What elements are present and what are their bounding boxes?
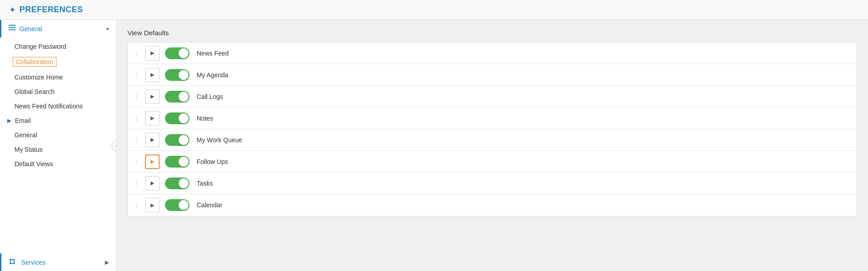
email-label: Email <box>15 117 31 124</box>
row-label-calendar: Calendar <box>197 201 222 209</box>
toggle-track[interactable] <box>165 134 189 146</box>
row-label-my-work-queue: My Work Queue <box>197 136 242 144</box>
table-row: ⋮ ▶ Tasks <box>128 173 857 194</box>
toggle-calendar[interactable] <box>165 199 189 211</box>
drag-handle-icon[interactable]: ⋮ <box>128 158 142 165</box>
toggle-track[interactable] <box>165 199 189 211</box>
sidebar-item-collaboration[interactable]: Collaboration <box>0 54 116 70</box>
preferences-icon: ✦ <box>9 5 16 15</box>
drag-handle-icon[interactable]: ⋮ <box>128 93 142 100</box>
toggle-track[interactable] <box>165 112 189 124</box>
services-arrow-icon: ▶ <box>105 259 109 266</box>
toggle-news-feed[interactable] <box>165 47 189 59</box>
news-feed-notifications-label: News Feed Notifications <box>14 103 83 110</box>
toggle-tasks[interactable] <box>165 178 189 189</box>
main-layout: General ▾ Change Password Collaboration … <box>0 20 868 271</box>
drag-handle-icon[interactable]: ⋮ <box>128 180 142 187</box>
toggle-thumb <box>179 48 189 58</box>
toggle-track[interactable] <box>165 69 189 81</box>
services-icon <box>9 258 16 266</box>
toggle-thumb <box>179 113 189 123</box>
toggle-track[interactable] <box>165 156 189 168</box>
row-label-follow-ups: Follow Ups <box>197 158 228 165</box>
drag-handle-icon[interactable]: ⋮ <box>128 71 142 79</box>
sidebar-item-email[interactable]: ▶ Email <box>0 113 116 128</box>
sidebar-item-news-feed-notifications[interactable]: News Feed Notifications <box>0 99 116 113</box>
toggle-call-logs[interactable] <box>165 91 189 103</box>
section-title: View Defaults <box>127 29 857 37</box>
sidebar-item-general-sub[interactable]: General <box>0 128 116 142</box>
sidebar-content: Change Password Collaboration Customize … <box>0 37 116 171</box>
toggle-thumb <box>179 135 189 145</box>
drag-handle-icon[interactable]: ⋮ <box>128 136 142 144</box>
toggle-follow-ups[interactable] <box>165 156 189 168</box>
table-row: ⋮ ▶ My Agenda <box>128 64 857 86</box>
toggle-track[interactable] <box>165 91 189 103</box>
table-row: ⋮ ▶ Call Logs <box>128 86 857 107</box>
expand-calendar-button[interactable]: ▶ <box>145 198 160 212</box>
my-status-label: My Status <box>14 146 42 153</box>
global-search-label: Global Search <box>14 88 55 95</box>
expand-call-logs-button[interactable]: ▶ <box>145 89 160 104</box>
collaboration-label: Collaboration <box>13 57 57 67</box>
toggle-thumb <box>179 157 189 167</box>
services-label: Services <box>21 259 46 266</box>
sidebar-item-my-status[interactable]: My Status <box>0 142 116 157</box>
expand-news-feed-button[interactable]: ▶ <box>145 46 160 61</box>
svg-rect-2 <box>9 29 16 30</box>
customize-home-label: Customize Home <box>14 74 63 81</box>
change-password-label: Change Password <box>14 43 66 50</box>
sidebar-item-change-password[interactable]: Change Password <box>0 39 116 54</box>
expand-tasks-button[interactable]: ▶ <box>145 176 160 191</box>
sidebar-item-general[interactable]: General ▾ <box>0 20 116 37</box>
toggle-track[interactable] <box>165 47 189 59</box>
toggle-my-work-queue[interactable] <box>165 134 189 146</box>
page-title: PREFERENCES <box>19 5 83 14</box>
sidebar-general-label: General <box>19 25 42 33</box>
sidebar-item-default-views[interactable]: Default Views <box>0 157 116 171</box>
content-area: View Defaults ⋮ ▶ News Feed ⋮ ▶ <box>117 20 868 271</box>
toggle-thumb <box>179 92 189 102</box>
general-sub-label: General <box>14 131 37 139</box>
row-label-tasks: Tasks <box>197 180 213 187</box>
table-row: ⋮ ▶ News Feed <box>128 42 857 64</box>
sidebar: General ▾ Change Password Collaboration … <box>0 20 117 271</box>
expand-follow-ups-button[interactable]: ▶ <box>145 154 160 169</box>
general-icon <box>9 24 16 33</box>
toggle-notes[interactable] <box>165 112 189 124</box>
view-defaults-table: ⋮ ▶ News Feed ⋮ ▶ My Agenda <box>127 42 857 216</box>
drag-handle-icon[interactable]: ⋮ <box>128 201 142 209</box>
row-label-call-logs: Call Logs <box>197 93 223 100</box>
svg-rect-0 <box>9 25 16 26</box>
expand-my-work-queue-button[interactable]: ▶ <box>145 133 160 147</box>
toggle-my-agenda[interactable] <box>165 69 189 81</box>
toggle-thumb <box>179 178 189 188</box>
sidebar-item-customize-home[interactable]: Customize Home <box>0 70 116 84</box>
table-row: ⋮ ▶ Follow Ups <box>128 151 857 173</box>
toggle-thumb <box>179 70 189 80</box>
row-label-notes: Notes <box>197 115 213 122</box>
svg-rect-1 <box>9 27 16 28</box>
toggle-track[interactable] <box>165 178 189 189</box>
sidebar-item-global-search[interactable]: Global Search <box>0 84 116 99</box>
row-label-news-feed: News Feed <box>197 50 229 57</box>
table-row: ⋮ ▶ My Work Queue <box>128 129 857 151</box>
table-row: ⋮ ▶ Calendar <box>128 194 857 216</box>
drag-handle-icon[interactable]: ⋮ <box>128 115 142 122</box>
table-row: ⋮ ▶ Notes <box>128 107 857 129</box>
expand-notes-button[interactable]: ▶ <box>145 111 160 126</box>
drag-handle-icon[interactable]: ⋮ <box>128 50 142 57</box>
header: ✦ PREFERENCES <box>0 0 868 20</box>
default-views-label: Default Views <box>14 160 53 168</box>
email-arrow-icon: ▶ <box>7 117 11 124</box>
general-dropdown-icon: ▾ <box>106 26 109 32</box>
row-label-my-agenda: My Agenda <box>197 71 228 79</box>
toggle-thumb <box>179 200 189 210</box>
sidebar-item-services[interactable]: Services ▶ <box>0 253 116 271</box>
expand-my-agenda-button[interactable]: ▶ <box>145 68 160 82</box>
